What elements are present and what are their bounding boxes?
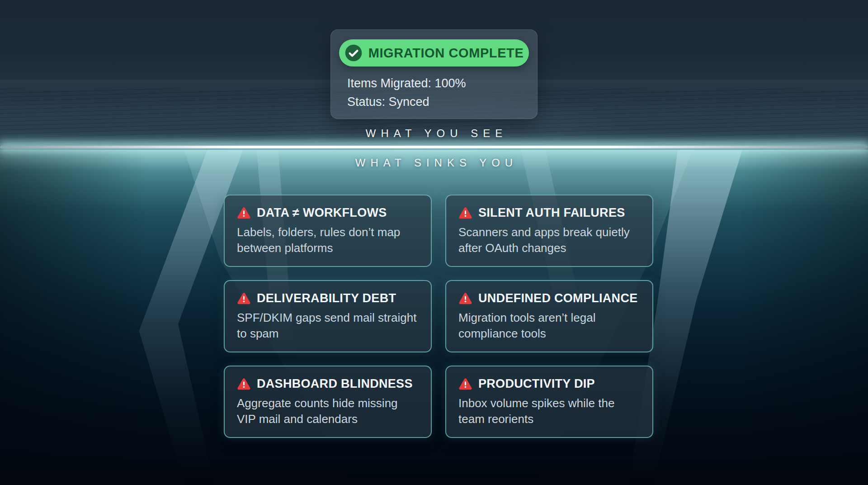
card-title: DASHBOARD BLINDNESS (257, 377, 413, 391)
warning-icon (237, 291, 251, 305)
warning-icon (237, 206, 251, 220)
card-title: PRODUCTIVITY DIP (478, 377, 595, 391)
migration-complete-badge: MIGRATION COMPLETE (339, 39, 529, 67)
what-you-see-label: WHAT YOU SEE (0, 127, 868, 140)
card-title: SILENT AUTH FAILURES (478, 206, 625, 220)
warning-icon (237, 377, 251, 391)
card-body: Labels, folders, rules don’t map between… (237, 224, 419, 256)
warning-card-dashboard: DASHBOARD BLINDNESS Aggregate counts hid… (224, 366, 432, 438)
warning-card-data-workflows: DATA ≠ WORKFLOWS Labels, folders, rules … (224, 195, 432, 267)
card-header: UNDEFINED COMPLIANCE (458, 291, 640, 305)
card-header: DATA ≠ WORKFLOWS (237, 206, 419, 220)
items-migrated-text: Items Migrated: 100% (347, 74, 537, 93)
warning-icon (458, 377, 472, 391)
what-sinks-you-label: WHAT SINKS YOU (0, 157, 868, 169)
warning-card-deliverability: DELIVERABILITY DEBT SPF/DKIM gaps send m… (224, 280, 432, 352)
warning-card-silent-auth: SILENT AUTH FAILURES Scanners and apps b… (445, 195, 653, 267)
card-body: Aggregate counts hide missing VIP mail a… (237, 395, 419, 427)
card-title: DATA ≠ WORKFLOWS (257, 206, 387, 220)
warning-card-productivity: PRODUCTIVITY DIP Inbox volume spikes whi… (445, 366, 653, 438)
card-body: Migration tools aren’t legal compliance … (458, 310, 640, 342)
card-body: SPF/DKIM gaps send mail straight to spam (237, 310, 419, 342)
card-title: DELIVERABILITY DEBT (257, 291, 396, 305)
card-body: Scanners and apps break quietly after OA… (458, 224, 640, 256)
iceberg-infographic: MIGRATION COMPLETE Items Migrated: 100% … (0, 0, 868, 485)
check-circle-icon (344, 44, 363, 62)
waterline-divider (0, 143, 868, 151)
warning-icon (458, 291, 472, 305)
migration-status-panel: MIGRATION COMPLETE Items Migrated: 100% … (330, 29, 538, 119)
warning-icon (458, 206, 472, 220)
migration-stats: Items Migrated: 100% Status: Synced (347, 74, 537, 111)
migration-complete-label: MIGRATION COMPLETE (368, 46, 524, 61)
warning-card-compliance: UNDEFINED COMPLIANCE Migration tools are… (445, 280, 653, 352)
card-header: DASHBOARD BLINDNESS (237, 377, 419, 391)
card-header: SILENT AUTH FAILURES (458, 206, 640, 220)
card-body: Inbox volume spikes while the team reori… (458, 395, 640, 427)
sync-status-text: Status: Synced (347, 93, 537, 111)
card-title: UNDEFINED COMPLIANCE (478, 291, 638, 305)
card-header: DELIVERABILITY DEBT (237, 291, 419, 305)
card-header: PRODUCTIVITY DIP (458, 377, 640, 391)
risk-cards-grid: DATA ≠ WORKFLOWS Labels, folders, rules … (224, 195, 653, 438)
